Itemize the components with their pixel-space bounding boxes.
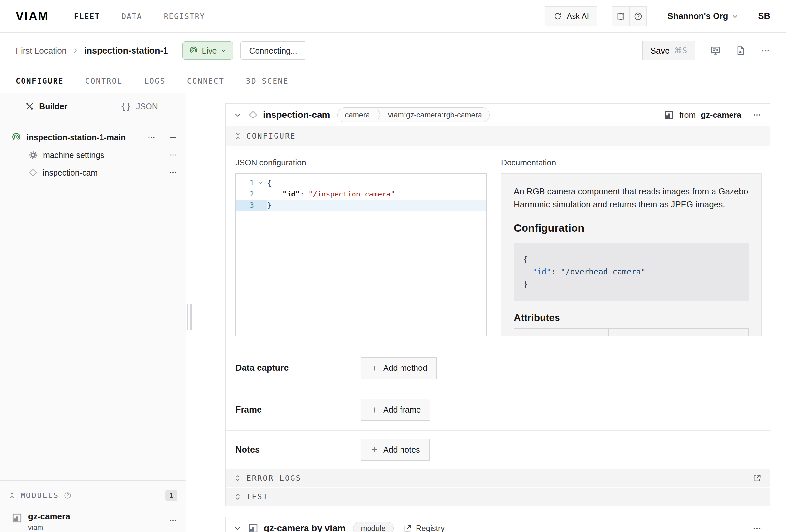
configure-section-bar[interactable]: CONFIGURE bbox=[226, 126, 770, 146]
registry-link[interactable]: Registry bbox=[403, 524, 444, 532]
machine-name: inspection-station-1 bbox=[84, 46, 168, 56]
external-link-icon[interactable] bbox=[753, 473, 762, 483]
module-icon bbox=[248, 524, 258, 532]
error-logs-label: ERROR LOGS bbox=[247, 474, 301, 482]
tab-control[interactable]: CONTROL bbox=[85, 77, 122, 85]
live-status-badge[interactable]: Live bbox=[183, 42, 233, 60]
configure-section-label: CONFIGURE bbox=[247, 132, 296, 140]
tree-item-machine-settings[interactable]: machine settings bbox=[0, 146, 186, 164]
viam-logo[interactable]: VIAM bbox=[16, 9, 49, 23]
ask-ai-button[interactable]: Ask AI bbox=[545, 6, 597, 26]
breadcrumb-location[interactable]: First Location bbox=[16, 46, 67, 56]
expand-icon bbox=[234, 475, 241, 482]
code-token-colon: : bbox=[300, 190, 309, 198]
documentation-panel[interactable]: An RGB camera component that reads image… bbox=[501, 173, 762, 337]
module-name: gz-camera bbox=[28, 511, 70, 522]
code-token-colon: : bbox=[551, 267, 561, 276]
plus-icon bbox=[370, 406, 378, 414]
nav-fleet[interactable]: FLEET bbox=[74, 12, 100, 21]
json-config-editor[interactable]: 1 { 2 bbox=[235, 173, 487, 337]
module-overflow-menu[interactable] bbox=[169, 516, 177, 525]
plus-icon bbox=[370, 364, 378, 372]
live-label: Live bbox=[202, 46, 217, 55]
line-number: 3 bbox=[236, 200, 254, 211]
ask-ai-label: Ask AI bbox=[567, 12, 589, 21]
configure-page-body: Builder {} JSON inspection bbox=[0, 93, 786, 532]
tree-item-label: machine settings bbox=[43, 151, 105, 160]
question-circle-icon bbox=[633, 12, 643, 21]
from-module-info: from gz-camera bbox=[664, 110, 741, 120]
frame-row: Frame Add frame bbox=[226, 389, 770, 431]
code-token-string: "/overhead_camera" bbox=[561, 267, 646, 276]
ellipsis-icon bbox=[169, 168, 177, 177]
line-number: 1 bbox=[236, 178, 254, 189]
ellipsis-icon bbox=[753, 524, 762, 532]
sidebar-resize-gutter bbox=[186, 93, 207, 532]
json-mode-button[interactable]: {} JSON bbox=[93, 101, 186, 111]
tree-item-inspection-cam[interactable]: inspection-cam bbox=[0, 164, 186, 182]
sidebar-resize-handle[interactable] bbox=[187, 303, 192, 330]
org-switcher[interactable]: Shannon's Org bbox=[668, 11, 738, 21]
collapse-chevron-icon[interactable] bbox=[234, 111, 241, 118]
tab-connect[interactable]: CONNECT bbox=[187, 77, 224, 85]
component-name: inspection-cam bbox=[263, 110, 330, 120]
module-card-header: gz-camera by viam module Registry bbox=[226, 517, 770, 532]
add-notes-button[interactable]: Add notes bbox=[361, 439, 430, 461]
modules-header[interactable]: MODULES 1 bbox=[0, 485, 186, 506]
module-card-overflow-menu[interactable] bbox=[753, 524, 762, 532]
machine-report-button[interactable] bbox=[736, 46, 745, 55]
nav-registry[interactable]: REGISTRY bbox=[164, 12, 205, 21]
plus-icon bbox=[370, 446, 378, 454]
nav-data[interactable]: DATA bbox=[121, 12, 142, 21]
modules-count-badge: 1 bbox=[165, 490, 177, 501]
connection-status-button[interactable]: Connecting... bbox=[240, 42, 306, 60]
connection-status-label: Connecting... bbox=[249, 46, 297, 55]
component-diamond-icon bbox=[248, 110, 257, 119]
machine-monitor-button[interactable] bbox=[710, 45, 721, 56]
part-name: inspection-station-1-main bbox=[26, 133, 126, 142]
expand-icon bbox=[234, 493, 241, 500]
component-model: viam:gz-camera:rgb-camera bbox=[381, 111, 489, 119]
part-overflow-menu[interactable] bbox=[147, 133, 156, 142]
code-token: } bbox=[523, 280, 528, 289]
collapse-chevron-icon[interactable] bbox=[234, 525, 241, 532]
code-fold-icon[interactable] bbox=[254, 178, 267, 189]
attributes-table bbox=[514, 328, 749, 337]
component-type-pill: camera viam:gz-camera:rgb-camera bbox=[337, 107, 489, 122]
documentation-attributes-heading: Attributes bbox=[514, 312, 749, 323]
save-button[interactable]: Save ⌘S bbox=[642, 41, 696, 60]
machine-overflow-menu[interactable] bbox=[761, 46, 770, 55]
test-bar[interactable]: TEST bbox=[226, 487, 770, 506]
top-nav: VIAM FLEET DATA REGISTRY Ask AI bbox=[0, 0, 786, 33]
add-component-button[interactable] bbox=[169, 133, 177, 142]
help-button[interactable] bbox=[629, 6, 646, 26]
item-overflow-menu[interactable] bbox=[169, 151, 177, 159]
add-method-button[interactable]: Add method bbox=[361, 357, 437, 379]
module-list-item[interactable]: gz-camera viam bbox=[0, 506, 186, 532]
breadcrumb-separator-icon bbox=[72, 48, 78, 53]
add-method-label: Add method bbox=[383, 363, 427, 373]
tab-3d-scene[interactable]: 3D SCENE bbox=[246, 77, 288, 85]
docs-button[interactable] bbox=[612, 6, 629, 26]
plus-icon bbox=[169, 133, 177, 142]
module-card-title: gz-camera by viam bbox=[264, 523, 346, 532]
modules-help-icon[interactable] bbox=[64, 491, 71, 499]
component-overflow-menu[interactable] bbox=[753, 110, 762, 119]
module-tag-pill: module bbox=[353, 522, 394, 532]
config-sidebar: Builder {} JSON inspection bbox=[0, 93, 186, 532]
tab-logs[interactable]: LOGS bbox=[144, 77, 165, 85]
tab-configure[interactable]: CONFIGURE bbox=[16, 77, 64, 85]
configure-content: inspection-cam camera viam:gz-camera:rgb… bbox=[207, 93, 786, 532]
from-label: from bbox=[679, 110, 696, 120]
builder-mode-button[interactable]: Builder bbox=[0, 102, 93, 111]
item-overflow-menu[interactable] bbox=[169, 168, 177, 177]
tree-item-main-part[interactable]: inspection-station-1-main bbox=[0, 129, 186, 146]
code-token-key: "id" bbox=[532, 267, 551, 276]
machine-header-bar: First Location inspection-station-1 Live… bbox=[0, 33, 786, 69]
data-capture-label: Data capture bbox=[235, 363, 361, 373]
pill-divider-icon bbox=[377, 107, 381, 122]
add-frame-button[interactable]: Add frame bbox=[361, 399, 430, 421]
user-avatar[interactable]: SB bbox=[758, 11, 770, 21]
error-logs-bar[interactable]: ERROR LOGS bbox=[226, 469, 770, 487]
ellipsis-icon bbox=[169, 516, 177, 525]
